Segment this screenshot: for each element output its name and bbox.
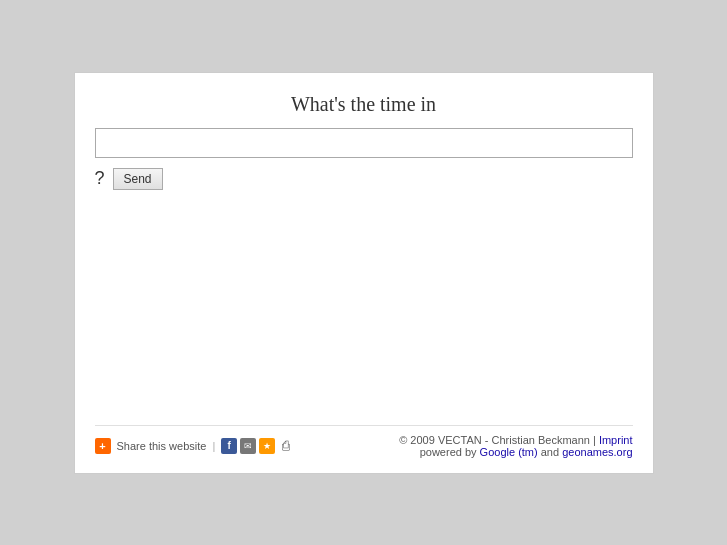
geonames-link[interactable]: geonames.org <box>562 446 632 458</box>
imprint-link[interactable]: Imprint <box>599 434 633 446</box>
content-area <box>95 210 633 410</box>
search-input[interactable] <box>95 128 633 158</box>
email-icon[interactable]: ✉ <box>240 438 256 454</box>
page-wrapper: What's the time in ? Send + Share this w… <box>0 0 727 545</box>
search-row: ? Send <box>95 168 633 190</box>
footer: + Share this website | f ✉ ★ ⎙ © 2009 VE… <box>95 425 633 458</box>
powered-by-text: powered by Google (tm) and geonames.org <box>399 446 632 458</box>
social-icons: f ✉ ★ ⎙ <box>221 438 294 454</box>
footer-separator: | <box>212 440 215 452</box>
send-button[interactable]: Send <box>113 168 163 190</box>
question-mark: ? <box>95 168 105 189</box>
page-title: What's the time in <box>95 93 633 116</box>
footer-right: © 2009 VECTAN - Christian Beckmann | Imp… <box>399 434 632 458</box>
share-plus-icon: + <box>95 438 111 454</box>
share-label: Share this website <box>117 440 207 452</box>
copyright-text: © 2009 VECTAN - Christian Beckmann | Imp… <box>399 434 632 446</box>
google-link[interactable]: Google (tm) <box>480 446 538 458</box>
footer-left: + Share this website | f ✉ ★ ⎙ <box>95 438 295 454</box>
facebook-icon[interactable]: f <box>221 438 237 454</box>
main-card: What's the time in ? Send + Share this w… <box>74 72 654 474</box>
print-icon[interactable]: ⎙ <box>278 438 294 454</box>
bookmark-icon[interactable]: ★ <box>259 438 275 454</box>
